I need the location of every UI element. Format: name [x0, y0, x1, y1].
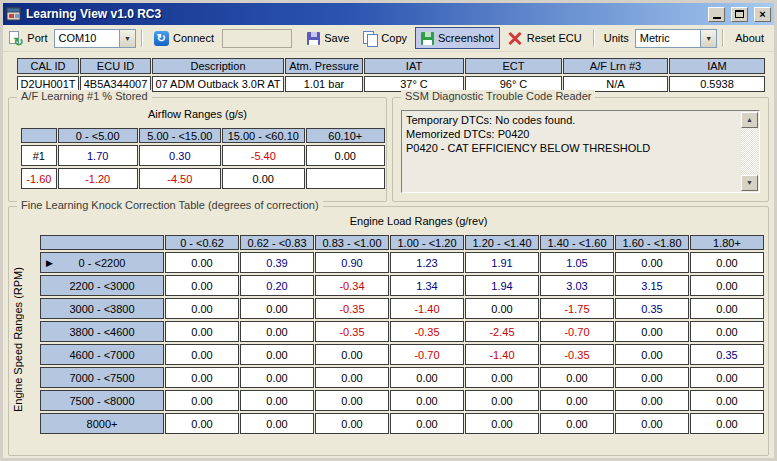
knock-row-header[interactable]: 2200 - <3000: [40, 275, 164, 296]
knock-value-cell[interactable]: -0.34: [315, 275, 389, 296]
knock-value-cell[interactable]: 0.00: [690, 298, 764, 319]
knock-value-cell[interactable]: 0.00: [315, 390, 389, 411]
knock-value-cell[interactable]: 1.94: [465, 275, 539, 296]
af-value-cell[interactable]: -1.20: [58, 168, 138, 189]
knock-value-cell[interactable]: 0.00: [690, 390, 764, 411]
af-row-label[interactable]: #1: [21, 145, 57, 166]
knock-value-cell[interactable]: 0.00: [165, 413, 239, 434]
units-combobox[interactable]: Metric ▼: [635, 29, 717, 48]
knock-value-cell[interactable]: 0.00: [165, 344, 239, 365]
knock-row-header[interactable]: 8000+: [40, 413, 164, 434]
knock-value-cell[interactable]: 0.00: [615, 252, 689, 273]
knock-value-cell[interactable]: -0.35: [315, 298, 389, 319]
knock-value-cell[interactable]: 0.39: [240, 252, 314, 273]
minimize-button[interactable]: [708, 7, 725, 22]
knock-value-cell[interactable]: 0.35: [615, 298, 689, 319]
knock-value-cell[interactable]: 0.00: [615, 367, 689, 388]
scroll-down-icon[interactable]: ▼: [741, 175, 758, 191]
knock-value-cell[interactable]: 0.00: [240, 344, 314, 365]
close-button[interactable]: ×: [754, 7, 771, 22]
screenshot-button[interactable]: Screenshot: [415, 27, 500, 49]
knock-value-cell[interactable]: 0.00: [240, 321, 314, 342]
knock-value-cell[interactable]: 0.00: [315, 367, 389, 388]
save-button[interactable]: Save: [301, 27, 355, 49]
refresh-ports-icon[interactable]: ↻: [7, 30, 21, 46]
knock-value-cell[interactable]: 0.00: [240, 298, 314, 319]
knock-value-cell[interactable]: 0.00: [240, 367, 314, 388]
af-value-cell[interactable]: 0.00: [306, 145, 385, 166]
knock-value-cell[interactable]: 0.00: [390, 367, 464, 388]
knock-value-cell[interactable]: 0.00: [390, 413, 464, 434]
knock-row-header[interactable]: 3000 - <3800: [40, 298, 164, 319]
knock-value-cell[interactable]: -0.35: [315, 321, 389, 342]
knock-row-header[interactable]: 7000 - <7500: [40, 367, 164, 388]
knock-value-cell[interactable]: -0.70: [390, 344, 464, 365]
knock-value-cell[interactable]: 0.00: [240, 413, 314, 434]
knock-row-header[interactable]: 0 - <2200▶: [40, 252, 164, 273]
knock-value-cell[interactable]: 3.15: [615, 275, 689, 296]
knock-row-header[interactable]: 4600 - <7000: [40, 344, 164, 365]
knock-value-cell[interactable]: -1.40: [465, 344, 539, 365]
knock-value-cell[interactable]: 0.00: [465, 390, 539, 411]
title-bar[interactable]: Learning View v1.0 RC3 ×: [3, 3, 774, 25]
knock-value-cell[interactable]: -0.35: [390, 321, 464, 342]
knock-value-cell[interactable]: 0.00: [165, 275, 239, 296]
knock-value-cell[interactable]: 0.00: [615, 321, 689, 342]
knock-value-cell[interactable]: -2.45: [465, 321, 539, 342]
knock-value-cell[interactable]: 0.00: [690, 275, 764, 296]
knock-value-cell[interactable]: 0.00: [690, 413, 764, 434]
reset-ecu-button[interactable]: Reset ECU: [502, 27, 588, 49]
af-value-cell[interactable]: -5.40: [222, 145, 305, 166]
about-button[interactable]: About: [729, 27, 770, 49]
dtc-scrollbar[interactable]: ▲ ▼: [741, 112, 758, 191]
scroll-up-icon[interactable]: ▲: [741, 112, 758, 128]
knock-value-cell[interactable]: 0.00: [615, 344, 689, 365]
maximize-button[interactable]: [731, 7, 748, 22]
knock-value-cell[interactable]: 0.90: [315, 252, 389, 273]
knock-value-cell[interactable]: 1.23: [390, 252, 464, 273]
knock-value-cell[interactable]: 0.20: [240, 275, 314, 296]
knock-value-cell[interactable]: 0.00: [465, 367, 539, 388]
knock-value-cell[interactable]: 1.05: [540, 252, 614, 273]
knock-value-cell[interactable]: 3.03: [540, 275, 614, 296]
knock-value-cell[interactable]: 0.00: [690, 321, 764, 342]
knock-value-cell[interactable]: -1.75: [540, 298, 614, 319]
knock-value-cell[interactable]: 0.00: [165, 252, 239, 273]
knock-value-cell[interactable]: 0.00: [540, 367, 614, 388]
chevron-down-icon[interactable]: ▼: [700, 30, 716, 47]
port-combobox[interactable]: COM10 ▼: [54, 29, 136, 48]
knock-value-cell[interactable]: 0.00: [615, 413, 689, 434]
af-value-cell[interactable]: -4.50: [139, 168, 221, 189]
af-value-cell[interactable]: 1.70: [58, 145, 138, 166]
knock-value-cell[interactable]: 0.00: [465, 413, 539, 434]
knock-value-cell[interactable]: 1.91: [465, 252, 539, 273]
knock-value-cell[interactable]: 0.00: [390, 390, 464, 411]
knock-value-cell[interactable]: 0.00: [165, 298, 239, 319]
knock-value-cell[interactable]: 0.00: [690, 367, 764, 388]
knock-value-cell[interactable]: 0.00: [240, 390, 314, 411]
knock-row-header[interactable]: 7500 - <8000: [40, 390, 164, 411]
af-value-cell[interactable]: 0.30: [139, 145, 221, 166]
knock-value-cell[interactable]: 0.00: [165, 390, 239, 411]
chevron-down-icon[interactable]: ▼: [119, 30, 135, 47]
knock-value-cell[interactable]: -0.70: [540, 321, 614, 342]
af-value-cell[interactable]: [306, 168, 385, 189]
af-row-label[interactable]: -1.60: [21, 168, 57, 189]
copy-button[interactable]: Copy: [357, 27, 413, 49]
knock-row-header[interactable]: 3800 - <4600: [40, 321, 164, 342]
knock-value-cell[interactable]: -1.40: [390, 298, 464, 319]
knock-value-cell[interactable]: 1.34: [390, 275, 464, 296]
knock-value-cell[interactable]: 0.00: [315, 413, 389, 434]
knock-value-cell[interactable]: 0.00: [615, 390, 689, 411]
knock-value-cell[interactable]: 0.00: [315, 344, 389, 365]
knock-value-cell[interactable]: 0.00: [690, 252, 764, 273]
knock-value-cell[interactable]: 0.00: [540, 413, 614, 434]
knock-value-cell[interactable]: -0.35: [540, 344, 614, 365]
af-value-cell[interactable]: 0.00: [222, 168, 305, 189]
knock-value-cell[interactable]: 0.00: [165, 367, 239, 388]
knock-value-cell[interactable]: 0.35: [690, 344, 764, 365]
knock-value-cell[interactable]: 0.00: [165, 321, 239, 342]
connect-button[interactable]: ↻ Connect: [148, 27, 220, 49]
knock-value-cell[interactable]: 0.00: [465, 298, 539, 319]
knock-value-cell[interactable]: 0.00: [540, 390, 614, 411]
